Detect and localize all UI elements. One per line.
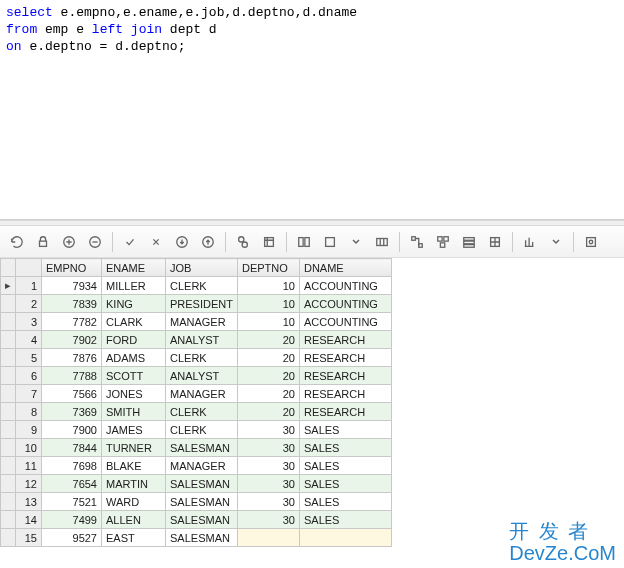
cell-ename[interactable]: CLARK (102, 313, 166, 331)
cell-job[interactable]: SALESMAN (166, 475, 238, 493)
cell-ename[interactable]: ADAMS (102, 349, 166, 367)
cell-deptno[interactable]: 30 (237, 457, 299, 475)
cell-dname[interactable]: ACCOUNTING (299, 277, 391, 295)
table-row[interactable]: 47902FORDANALYST20RESEARCH (1, 331, 392, 349)
cell-job[interactable]: MANAGER (166, 313, 238, 331)
fetch-up-icon[interactable] (197, 231, 219, 253)
lock-icon[interactable] (32, 231, 54, 253)
cell-deptno[interactable] (237, 529, 299, 547)
sql-editor[interactable]: select e.empno,e.ename,e.job,d.deptno,d.… (0, 0, 624, 220)
cell-ename[interactable]: KING (102, 295, 166, 313)
cell-deptno[interactable]: 20 (237, 403, 299, 421)
cell-job[interactable]: CLERK (166, 349, 238, 367)
results-grid[interactable]: EMPNO ENAME JOB DEPTNO DNAME ▸17934MILLE… (0, 258, 624, 547)
cell-dname[interactable]: RESEARCH (299, 403, 391, 421)
table-row[interactable]: ▸17934MILLERCLERK10ACCOUNTING (1, 277, 392, 295)
cell-ename[interactable]: FORD (102, 331, 166, 349)
tree-icon[interactable] (458, 231, 480, 253)
cell-job[interactable]: SALESMAN (166, 529, 238, 547)
filter-icon[interactable] (258, 231, 280, 253)
cell-job[interactable]: SALESMAN (166, 511, 238, 529)
cell-ename[interactable]: JAMES (102, 421, 166, 439)
cell-deptno[interactable]: 30 (237, 475, 299, 493)
cell-empno[interactable]: 7839 (42, 295, 102, 313)
cell-job[interactable]: MANAGER (166, 457, 238, 475)
cell-ename[interactable]: ALLEN (102, 511, 166, 529)
cell-dname[interactable]: ACCOUNTING (299, 313, 391, 331)
auto-fit-icon[interactable] (371, 231, 393, 253)
cell-ename[interactable]: MARTIN (102, 475, 166, 493)
find-icon[interactable] (232, 231, 254, 253)
cell-empno[interactable]: 7521 (42, 493, 102, 511)
table-row[interactable]: 37782CLARKMANAGER10ACCOUNTING (1, 313, 392, 331)
cell-deptno[interactable]: 10 (237, 313, 299, 331)
pivot-icon[interactable] (484, 231, 506, 253)
cell-deptno[interactable]: 20 (237, 385, 299, 403)
table-row[interactable]: 57876ADAMSCLERK20RESEARCH (1, 349, 392, 367)
group-icon[interactable] (293, 231, 315, 253)
cell-deptno[interactable]: 30 (237, 421, 299, 439)
fetch-down-icon[interactable] (171, 231, 193, 253)
cell-job[interactable]: SALESMAN (166, 439, 238, 457)
table-row[interactable]: 127654MARTINSALESMAN30SALES (1, 475, 392, 493)
cell-empno[interactable]: 7782 (42, 313, 102, 331)
rollback-icon[interactable] (145, 231, 167, 253)
settings-icon[interactable] (580, 231, 602, 253)
cell-ename[interactable]: BLAKE (102, 457, 166, 475)
cell-ename[interactable]: WARD (102, 493, 166, 511)
relations-icon[interactable] (406, 231, 428, 253)
cell-empno[interactable]: 7566 (42, 385, 102, 403)
table-row[interactable]: 117698BLAKEMANAGER30SALES (1, 457, 392, 475)
cell-dname[interactable]: SALES (299, 511, 391, 529)
cell-empno[interactable]: 7876 (42, 349, 102, 367)
cell-deptno[interactable]: 10 (237, 295, 299, 313)
cell-job[interactable]: PRESIDENT (166, 295, 238, 313)
col-header-deptno[interactable]: DEPTNO (237, 259, 299, 277)
cell-empno[interactable]: 7698 (42, 457, 102, 475)
table-row[interactable]: 159527EASTSALESMAN (1, 529, 392, 547)
table-row[interactable]: 147499ALLENSALESMAN30SALES (1, 511, 392, 529)
dropdown-icon[interactable] (345, 231, 367, 253)
cell-dname[interactable]: SALES (299, 475, 391, 493)
cell-ename[interactable]: JONES (102, 385, 166, 403)
cell-ename[interactable]: SCOTT (102, 367, 166, 385)
cell-job[interactable]: CLERK (166, 403, 238, 421)
remove-icon[interactable] (84, 231, 106, 253)
cell-deptno[interactable]: 30 (237, 493, 299, 511)
cell-empno[interactable]: 7788 (42, 367, 102, 385)
table-row[interactable]: 77566JONESMANAGER20RESEARCH (1, 385, 392, 403)
cell-dname[interactable]: SALES (299, 439, 391, 457)
cell-ename[interactable]: SMITH (102, 403, 166, 421)
table-row[interactable]: 107844TURNERSALESMAN30SALES (1, 439, 392, 457)
refresh-icon[interactable] (6, 231, 28, 253)
chart-icon[interactable] (519, 231, 541, 253)
cell-empno[interactable]: 7902 (42, 331, 102, 349)
dropdown-icon[interactable] (545, 231, 567, 253)
cell-job[interactable]: ANALYST (166, 367, 238, 385)
cell-job[interactable]: SALESMAN (166, 493, 238, 511)
cell-dname[interactable]: RESEARCH (299, 331, 391, 349)
commit-icon[interactable] (119, 231, 141, 253)
col-header-job[interactable]: JOB (166, 259, 238, 277)
cell-deptno[interactable]: 20 (237, 367, 299, 385)
cell-dname[interactable]: RESEARCH (299, 385, 391, 403)
cell-ename[interactable]: TURNER (102, 439, 166, 457)
cell-empno[interactable]: 7844 (42, 439, 102, 457)
table-row[interactable]: 27839KINGPRESIDENT10ACCOUNTING (1, 295, 392, 313)
cell-deptno[interactable]: 20 (237, 349, 299, 367)
cell-empno[interactable]: 7900 (42, 421, 102, 439)
cell-deptno[interactable]: 20 (237, 331, 299, 349)
diagram-icon[interactable] (432, 231, 454, 253)
cell-job[interactable]: ANALYST (166, 331, 238, 349)
add-icon[interactable] (58, 231, 80, 253)
table-row[interactable]: 97900JAMESCLERK30SALES (1, 421, 392, 439)
cell-empno[interactable]: 9527 (42, 529, 102, 547)
cell-ename[interactable]: MILLER (102, 277, 166, 295)
cell-dname[interactable] (299, 529, 391, 547)
table-row[interactable]: 67788SCOTTANALYST20RESEARCH (1, 367, 392, 385)
export-icon[interactable] (319, 231, 341, 253)
table-row[interactable]: 87369SMITHCLERK20RESEARCH (1, 403, 392, 421)
cell-deptno[interactable]: 30 (237, 511, 299, 529)
cell-dname[interactable]: SALES (299, 457, 391, 475)
cell-job[interactable]: MANAGER (166, 385, 238, 403)
